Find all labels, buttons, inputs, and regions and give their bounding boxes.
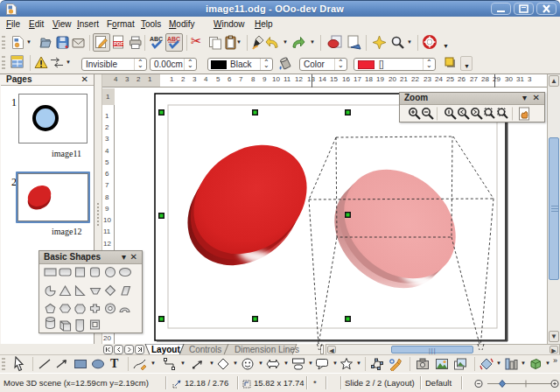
svg-text:Controls: Controls [189,345,221,354]
svg-text:Dimension Lines: Dimension Lines [234,345,299,354]
svg-text:PDF: PDF [114,41,124,46]
svg-text:Layout: Layout [151,345,180,354]
